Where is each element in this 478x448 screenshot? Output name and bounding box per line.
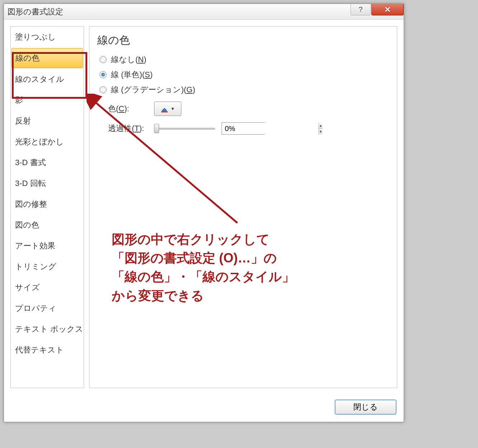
category-sidebar: 塗りつぶし 線の色 線のスタイル 影 反射 光彩とぼかし 3-D 書式 3-D … <box>10 26 84 388</box>
radio-solid-line[interactable]: 線 (単色)(S) <box>97 69 389 80</box>
sidebar-item-artistic-effects[interactable]: アート効果 <box>11 235 84 256</box>
sidebar-item-picture-color[interactable]: 図の色 <box>11 215 84 235</box>
color-picker-button[interactable]: ▼ <box>154 102 181 116</box>
radio-label: 線 (単色)(S) <box>111 69 153 80</box>
close-icon: ✕ <box>384 5 391 14</box>
help-icon: ? <box>358 5 362 14</box>
color-label: 色(C): <box>108 103 148 114</box>
window-close-button[interactable]: ✕ <box>371 4 404 15</box>
slider-thumb[interactable] <box>154 124 159 133</box>
dialog-footer: 閉じる <box>4 395 404 422</box>
radio-no-line[interactable]: 線なし(N) <box>97 54 389 65</box>
spinner-up-button[interactable]: ▲ <box>319 123 322 129</box>
dialog-title: 図形の書式設定 <box>8 6 63 17</box>
sidebar-item-properties[interactable]: プロパティ <box>11 298 84 319</box>
sidebar-item-glow[interactable]: 光彩とぼかし <box>11 131 84 152</box>
close-button[interactable]: 閉じる <box>335 400 396 415</box>
sidebar-item-alt-text[interactable]: 代替テキスト <box>11 340 84 360</box>
radio-label: 線なし(N) <box>111 54 147 65</box>
help-button[interactable]: ? <box>351 4 371 15</box>
svg-rect-0 <box>161 111 168 112</box>
dialog-body: 塗りつぶし 線の色 線のスタイル 影 反射 光彩とぼかし 3-D 書式 3-D … <box>4 20 404 395</box>
sidebar-item-line-color[interactable]: 線の色 <box>11 48 83 68</box>
titlebar: 図形の書式設定 ? ✕ <box>4 4 404 20</box>
radio-icon <box>99 86 107 93</box>
radio-icon <box>99 56 107 63</box>
sidebar-item-line-style[interactable]: 線のスタイル <box>11 69 84 90</box>
transparency-spinner: ▲ ▼ <box>222 122 265 135</box>
transparency-input[interactable] <box>222 123 319 134</box>
transparency-slider[interactable] <box>154 125 215 132</box>
sidebar-item-crop[interactable]: トリミング <box>11 256 84 277</box>
sidebar-item-reflection[interactable]: 反射 <box>11 111 84 131</box>
sidebar-item-shadow[interactable]: 影 <box>11 90 84 111</box>
radio-gradient-line[interactable]: 線 (グラデーション)(G) <box>97 84 389 95</box>
sidebar-item-picture-corrections[interactable]: 図の修整 <box>11 194 84 215</box>
sidebar-item-fill[interactable]: 塗りつぶし <box>11 27 84 47</box>
section-title: 線の色 <box>97 33 389 48</box>
transparency-label: 透過性(T): <box>108 123 148 134</box>
format-shape-dialog: 図形の書式設定 ? ✕ 塗りつぶし 線の色 線のスタイル 影 反射 光彩とぼかし… <box>4 4 404 422</box>
dropdown-arrow-icon: ▼ <box>171 106 175 111</box>
radio-icon <box>99 71 107 78</box>
spinner-down-button[interactable]: ▼ <box>319 129 322 135</box>
radio-label: 線 (グラデーション)(G) <box>111 84 195 95</box>
slider-track <box>154 128 215 130</box>
content-panel: 線の色 線なし(N) 線 (単色)(S) 線 (グラデーション)(G) 色(C)… <box>89 26 397 388</box>
sidebar-item-textbox[interactable]: テキスト ボックス <box>11 319 84 340</box>
sidebar-item-size[interactable]: サイズ <box>11 277 84 298</box>
sidebar-item-3d-rotation[interactable]: 3-D 回転 <box>11 173 84 194</box>
sidebar-item-3d-format[interactable]: 3-D 書式 <box>11 152 84 173</box>
paint-bucket-icon <box>161 105 168 113</box>
